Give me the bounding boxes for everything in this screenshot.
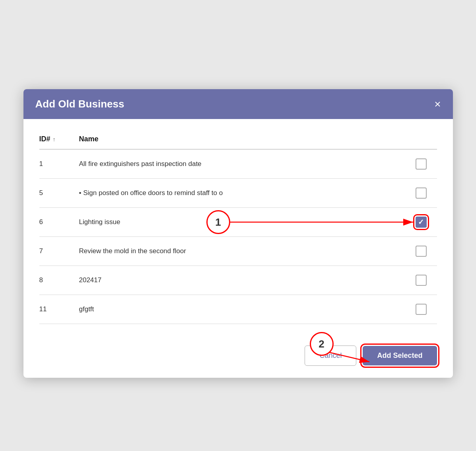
- cell-id: 11: [39, 305, 79, 313]
- id-column-label: ID#: [39, 135, 51, 143]
- column-name-header: Name: [79, 135, 405, 143]
- dialog: Add Old Business × ID# ↑ Name 1 All f: [23, 89, 453, 378]
- cell-name: Lighting issue: [79, 218, 405, 226]
- dialog-overlay: Add Old Business × ID# ↑ Name 1 All f: [8, 8, 468, 451]
- cell-checkbox: [405, 187, 437, 199]
- close-button[interactable]: ×: [434, 99, 441, 110]
- cell-name: 202417: [79, 276, 405, 284]
- cell-checkbox: [405, 217, 437, 228]
- dialog-body: ID# ↑ Name 1 All fire extinguishers past…: [23, 119, 453, 336]
- sort-icon: ↑: [53, 136, 56, 143]
- cell-id: 8: [39, 276, 79, 284]
- table-row: 11 gfgtft: [39, 295, 437, 324]
- table-container: ID# ↑ Name 1 All fire extinguishers past…: [39, 131, 437, 324]
- cell-name: gfgtft: [79, 305, 405, 313]
- dialog-header: Add Old Business ×: [23, 89, 453, 119]
- table-row: 5 • Sign posted on office doors to remin…: [39, 179, 437, 208]
- cell-id: 1: [39, 160, 79, 168]
- dialog-title: Add Old Business: [35, 98, 124, 110]
- cell-name: All fire extinguishers past inspection d…: [79, 160, 405, 168]
- dialog-footer: 2 Cancel Add Selected: [23, 336, 453, 378]
- cell-name: Review the mold in the second floor: [79, 247, 405, 255]
- row-checkbox[interactable]: [416, 158, 427, 170]
- annotation-circle-2: 2: [310, 332, 334, 356]
- column-check-header: [405, 135, 437, 143]
- cell-checkbox: [405, 275, 437, 286]
- row-checkbox[interactable]: [416, 246, 427, 257]
- table-row-highlighted: 6 Lighting issue 1: [39, 208, 437, 237]
- cell-checkbox: [405, 304, 437, 315]
- cell-id: 7: [39, 247, 79, 255]
- cell-checkbox: [405, 246, 437, 257]
- cell-id: 5: [39, 189, 79, 197]
- annotation-circle-1: 1: [206, 210, 230, 234]
- row-checkbox[interactable]: [416, 187, 427, 199]
- table-row: 7 Review the mold in the second floor: [39, 237, 437, 266]
- row-checkbox[interactable]: [416, 304, 427, 315]
- column-id-header: ID# ↑: [39, 135, 79, 143]
- cell-name: • Sign posted on office doors to remind …: [79, 189, 405, 197]
- table-row: 1 All fire extinguishers past inspection…: [39, 150, 437, 179]
- add-selected-button[interactable]: Add Selected: [363, 346, 437, 365]
- row-checkbox-checked[interactable]: [416, 217, 427, 228]
- row-checkbox[interactable]: [416, 275, 427, 286]
- table-header: ID# ↑ Name: [39, 131, 437, 150]
- table-row: 8 202417: [39, 266, 437, 295]
- cell-checkbox: [405, 158, 437, 170]
- cell-id: 6: [39, 218, 79, 226]
